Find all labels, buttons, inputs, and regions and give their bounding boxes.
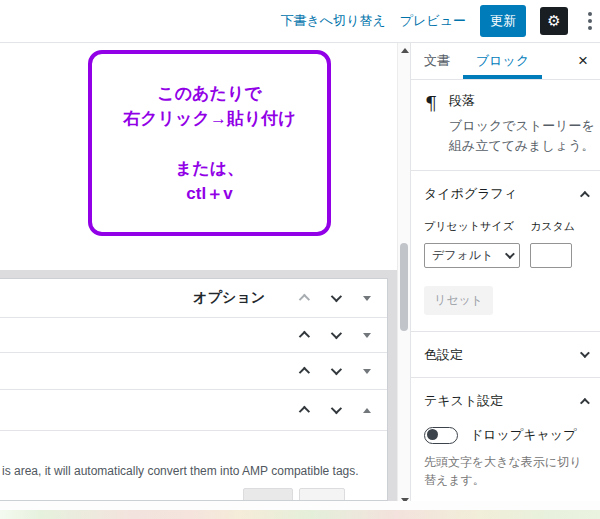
typography-panel-header[interactable]: タイポグラフィ (424, 185, 587, 203)
move-up-button[interactable] (299, 294, 307, 302)
text-settings-title: テキスト設定 (424, 392, 503, 410)
preview-link[interactable]: プレビュー (400, 12, 466, 30)
move-up-button[interactable] (299, 406, 307, 414)
metabox-row (0, 318, 387, 353)
chevron-up-icon (580, 398, 590, 408)
amp-options-metabox: オプション (0, 278, 388, 501)
drop-cap-label: ドロップキャップ (470, 426, 576, 444)
chevron-down-icon (505, 249, 515, 259)
close-icon: × (578, 51, 588, 70)
expand-button[interactable] (363, 408, 371, 413)
collapse-button[interactable] (363, 296, 371, 301)
editor-canvas[interactable]: オプション (0, 43, 397, 510)
content-scrollbar[interactable] (397, 43, 410, 510)
editor-text-tab-button[interactable] (299, 488, 345, 501)
amp-convert-notice: is area, it will automatically convert t… (2, 464, 359, 478)
update-button[interactable]: 更新 (480, 5, 526, 37)
chevron-down-icon (580, 348, 590, 358)
drop-cap-description: 先頭文字を大きな表示に切り替えます。 (424, 453, 587, 489)
chevron-up-icon (299, 331, 310, 342)
kebab-menu-icon (588, 12, 592, 16)
custom-size-label: カスタム (530, 219, 575, 234)
preset-size-label: プリセットサイズ (424, 219, 520, 234)
chevron-down-icon (331, 364, 342, 375)
annotation-line: このあたりで (157, 81, 261, 106)
move-down-button[interactable] (331, 367, 339, 375)
scrollbar-thumb[interactable] (400, 243, 408, 331)
collapse-button[interactable] (363, 369, 371, 374)
move-up-button[interactable] (299, 331, 307, 339)
editor-visual-tab-button[interactable] (243, 488, 293, 501)
tab-document[interactable]: 文書 (411, 43, 463, 79)
preset-size-select[interactable]: デフォルト (424, 243, 520, 268)
drop-cap-toggle[interactable] (424, 427, 458, 444)
gear-icon: ⚙ (547, 12, 560, 29)
editor-mode-buttons (243, 488, 345, 501)
color-settings-title: 色設定 (424, 346, 463, 364)
triangle-down-icon (363, 296, 371, 301)
text-settings-panel-header[interactable]: テキスト設定 (424, 392, 587, 410)
chevron-down-icon (331, 291, 342, 302)
scroll-up-arrow-icon[interactable] (401, 48, 409, 53)
gutenberg-editor-window: 下書きへ切り替え プレビュー 更新 ⚙ オプション (0, 0, 600, 519)
typography-title: タイポグラフィ (424, 185, 517, 203)
text-settings-panel: テキスト設定 ドロップキャップ 先頭文字を大きな表示に切り替えます。 (411, 378, 600, 506)
block-description: ブロックでストーリーを組み立ててみましょう。 (449, 116, 599, 156)
chevron-up-icon (299, 406, 310, 417)
triangle-up-icon (363, 408, 371, 413)
metabox-row (0, 353, 387, 390)
editor-toolbar: 下書きへ切り替え プレビュー 更新 ⚙ (0, 0, 600, 43)
move-up-button[interactable] (299, 367, 307, 375)
move-down-button[interactable] (331, 331, 339, 339)
chevron-up-icon (580, 191, 590, 201)
custom-size-input[interactable] (530, 243, 572, 268)
chevron-up-icon (299, 367, 310, 378)
close-sidebar-button[interactable]: × (566, 51, 600, 71)
options-label: オプション (193, 289, 265, 307)
collapse-button[interactable] (363, 333, 371, 338)
chevron-down-icon (331, 328, 342, 339)
typography-panel: タイポグラフィ プリセットサイズ デフォルト カスタム リセット (411, 171, 600, 332)
metabox-expanded-section: is area, it will automatically convert t… (0, 431, 387, 501)
annotation-line: ctl＋v (186, 181, 232, 206)
triangle-down-icon (363, 333, 371, 338)
bottom-white-strip (0, 501, 600, 510)
preset-size-value: デフォルト (432, 247, 493, 264)
bottom-gradient-strip (0, 510, 600, 519)
reset-button[interactable]: リセット (424, 286, 493, 315)
chevron-down-icon (331, 403, 342, 414)
color-settings-panel-header[interactable]: 色設定 (411, 332, 600, 378)
metabox-row (0, 390, 387, 431)
more-options-button[interactable] (582, 8, 598, 34)
paragraph-icon: ¶ (425, 92, 437, 156)
annotation-line: または、 (175, 156, 244, 181)
block-name: 段落 (449, 92, 599, 110)
switch-to-draft-link[interactable]: 下書きへ切り替え (281, 12, 386, 30)
settings-sidebar: 文書 ブロック × ¶ 段落 ブロックでストーリーを組み立ててみましょう。 タイ… (410, 43, 600, 510)
paste-instruction-annotation: このあたりで 右クリック→貼り付け または、 ctl＋v (88, 50, 331, 236)
annotation-line: 右クリック→貼り付け (123, 106, 295, 131)
sidebar-tabbar: 文書 ブロック × (411, 43, 600, 80)
triangle-down-icon (363, 369, 371, 374)
tab-block[interactable]: ブロック (463, 43, 542, 79)
move-down-button[interactable] (331, 294, 339, 302)
metabox-row: オプション (0, 279, 387, 318)
block-info-card: ¶ 段落 ブロックでストーリーを組み立ててみましょう。 (411, 80, 600, 171)
chevron-up-icon (299, 294, 310, 305)
toggle-knob-icon (427, 429, 438, 440)
settings-gear-button[interactable]: ⚙ (540, 7, 568, 35)
move-down-button[interactable] (331, 406, 339, 414)
